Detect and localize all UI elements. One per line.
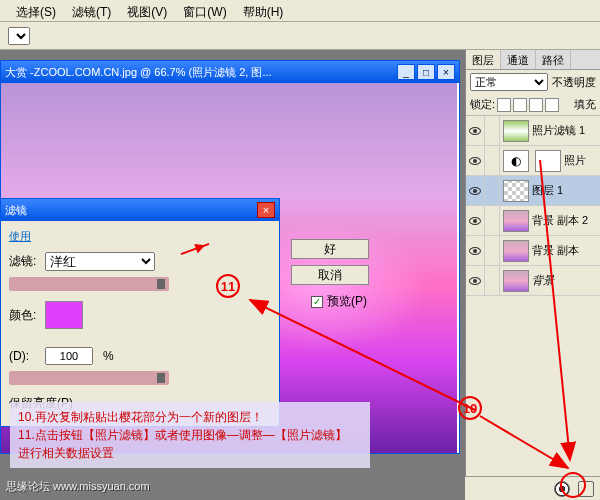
adjustment-icon[interactable]: ◐ <box>503 150 529 172</box>
panel-tabs: 图层 通道 路径 <box>466 50 600 70</box>
layers-list: 照片滤镜 1 ◐ 照片 图层 1 背景 副本 2 <box>466 116 600 296</box>
photo-filter-dialog: 滤镜 × 使用 好 取消 ✓ 预览(P) 滤镜: 洋红 颜色: <box>0 198 280 427</box>
workspace: 大赏 -ZCOOL.COM.CN.jpg @ 66.7% (照片滤镜 2, 图.… <box>0 50 600 500</box>
use-section-label: 使用 <box>9 229 271 244</box>
cancel-button[interactable]: 取消 <box>291 265 369 285</box>
layer-row[interactable]: 背景 <box>466 266 600 296</box>
preview-checkbox[interactable]: ✓ 预览(P) <box>311 293 367 310</box>
visibility-icon[interactable] <box>469 217 481 225</box>
close-button[interactable]: × <box>437 64 455 80</box>
filter-select[interactable]: 洋红 <box>45 252 155 271</box>
annotation-line: 进行相关数据设置 <box>18 444 362 462</box>
options-select[interactable] <box>8 27 30 45</box>
layer-name: 背景 <box>532 273 554 288</box>
lock-label: 锁定: <box>470 97 495 112</box>
watermark: 思缘论坛 www.missyuan.com <box>6 479 150 494</box>
annotation-marker-10: 10 <box>458 396 482 420</box>
color-swatch[interactable] <box>45 301 83 329</box>
layer-name: 照片 <box>564 153 586 168</box>
lock-transparency-icon[interactable] <box>497 98 511 112</box>
doc-title: 大赏 -ZCOOL.COM.CN.jpg @ 66.7% (照片滤镜 2, 图.… <box>5 65 395 80</box>
visibility-icon[interactable] <box>469 187 481 195</box>
preview-label: 预览(P) <box>327 293 367 310</box>
dialog-titlebar[interactable]: 滤镜 × <box>1 199 279 221</box>
visibility-icon[interactable] <box>469 127 481 135</box>
layer-mask-thumbnail[interactable] <box>535 150 561 172</box>
layer-row[interactable]: 背景 副本 <box>466 236 600 266</box>
menu-item[interactable]: 帮助(H) <box>235 0 292 21</box>
lock-pixels-icon[interactable] <box>513 98 527 112</box>
ok-button[interactable]: 好 <box>291 239 369 259</box>
annotation-box: 10.再次复制粘贴出樱花部分为一个新的图层！ 11.点击按钮【照片滤镜】或者使用… <box>10 402 370 468</box>
layer-thumbnail[interactable] <box>503 120 529 142</box>
layer-row[interactable]: ◐ 照片 <box>466 146 600 176</box>
tab-layers[interactable]: 图层 <box>466 50 501 69</box>
lock-all-icon[interactable] <box>545 98 559 112</box>
doc-titlebar[interactable]: 大赏 -ZCOOL.COM.CN.jpg @ 66.7% (照片滤镜 2, 图.… <box>1 61 459 83</box>
filter-highlight <box>9 277 169 291</box>
layer-thumbnail[interactable] <box>503 270 529 292</box>
density-unit: % <box>103 349 114 363</box>
visibility-icon[interactable] <box>469 157 481 165</box>
annotation-line: 11.点击按钮【照片滤镜】或者使用图像—调整—【照片滤镜】 <box>18 426 362 444</box>
menu-item[interactable]: 视图(V) <box>119 0 175 21</box>
opacity-label: 不透明度 <box>552 75 596 90</box>
menu-item[interactable]: 选择(S) <box>8 0 64 21</box>
menu-item[interactable]: 滤镜(T) <box>64 0 119 21</box>
density-label: (D): <box>9 349 39 363</box>
layer-name: 背景 副本 <box>532 243 579 258</box>
minimize-button[interactable]: _ <box>397 64 415 80</box>
visibility-icon[interactable] <box>469 247 481 255</box>
annotation-highlight-circle <box>560 472 586 498</box>
maximize-button[interactable]: □ <box>417 64 435 80</box>
visibility-icon[interactable] <box>469 277 481 285</box>
layer-name: 照片滤镜 1 <box>532 123 585 138</box>
tab-channels[interactable]: 通道 <box>501 50 536 69</box>
layer-row[interactable]: 背景 副本 2 <box>466 206 600 236</box>
fill-label: 填充 <box>574 97 596 112</box>
layer-row[interactable]: 图层 1 <box>466 176 600 206</box>
layers-panel: 图层 通道 路径 正常 不透明度 锁定: 填充 照片滤镜 1 <box>465 50 600 500</box>
layer-thumbnail[interactable] <box>503 240 529 262</box>
color-label: 颜色: <box>9 307 39 324</box>
layer-name: 图层 1 <box>532 183 563 198</box>
density-input[interactable] <box>45 347 93 365</box>
layer-row[interactable]: 照片滤镜 1 <box>466 116 600 146</box>
layer-thumbnail[interactable] <box>503 210 529 232</box>
density-slider[interactable] <box>9 371 169 385</box>
menu-item[interactable]: 窗口(W) <box>175 0 234 21</box>
layer-thumbnail[interactable] <box>503 180 529 202</box>
checkbox-icon: ✓ <box>311 296 323 308</box>
options-bar <box>0 22 600 50</box>
annotation-marker-11: 11 <box>216 274 240 298</box>
dialog-title: 滤镜 <box>5 203 257 218</box>
blend-mode-select[interactable]: 正常 <box>470 73 548 91</box>
menu-bar: 选择(S) 滤镜(T) 视图(V) 窗口(W) 帮助(H) <box>0 0 600 22</box>
lock-position-icon[interactable] <box>529 98 543 112</box>
annotation-line: 10.再次复制粘贴出樱花部分为一个新的图层！ <box>18 408 362 426</box>
filter-label: 滤镜: <box>9 253 39 270</box>
layer-name: 背景 副本 2 <box>532 213 588 228</box>
close-icon[interactable]: × <box>257 202 275 218</box>
tab-paths[interactable]: 路径 <box>536 50 571 69</box>
